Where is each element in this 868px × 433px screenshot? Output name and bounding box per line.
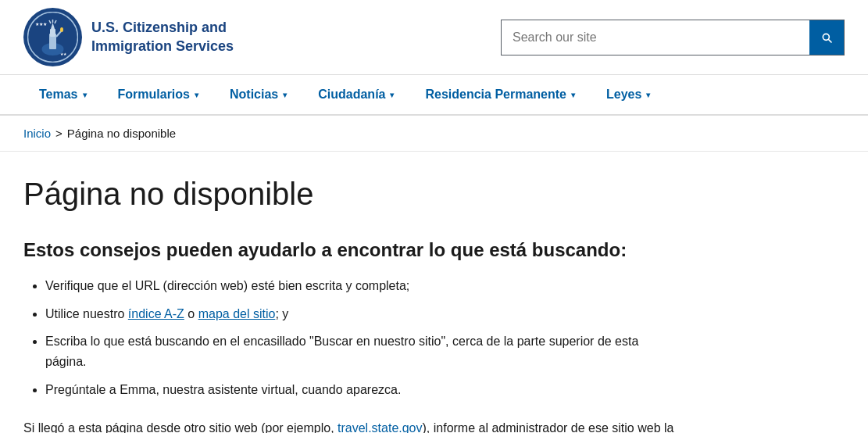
tips-list: Verifique que el URL (dirección web) est… (23, 276, 680, 399)
nav-link-noticias[interactable]: Noticias ▾ (214, 75, 302, 114)
list-item: Verifique que el URL (dirección web) est… (45, 276, 680, 296)
breadcrumb-separator: > (55, 127, 63, 140)
tip2-prefix: Utilice nuestro (45, 307, 128, 320)
chevron-down-icon: ▾ (571, 91, 575, 99)
nav-item-noticias: Noticias ▾ (214, 75, 302, 114)
chevron-down-icon: ▾ (390, 91, 394, 99)
travel-state-gov-link[interactable]: travel.state.gov (338, 421, 423, 433)
chevron-down-icon: ▾ (83, 91, 87, 99)
breadcrumb: Inicio > Página no disponible (23, 127, 845, 140)
nav-item-residencia: Residencia Permanente ▾ (409, 75, 591, 114)
svg-text:★★: ★★ (60, 52, 67, 56)
svg-text:★★★: ★★★ (35, 22, 47, 27)
agency-name: U.S. Citizenship and Immigration Service… (91, 19, 248, 55)
nav-link-formularios[interactable]: Formularios ▾ (102, 75, 214, 114)
site-header: ★★★ ★★ U.S. Citizenship and Immigration … (0, 0, 868, 75)
search-bar (501, 20, 845, 55)
nav-label-residencia: Residencia Permanente (425, 88, 566, 102)
nav-label-temas: Temas (39, 88, 78, 102)
search-button[interactable] (809, 20, 844, 55)
nav-link-ciudadania[interactable]: Ciudadanía ▾ (302, 75, 409, 114)
logo-area: ★★★ ★★ U.S. Citizenship and Immigration … (23, 8, 248, 66)
chevron-down-icon: ▾ (646, 91, 650, 99)
page-title: Página no disponible (23, 175, 680, 213)
main-content: Página no disponible Estos consejos pued… (0, 152, 703, 433)
tip4-text: Pregúntale a Emma, nuestra asistente vir… (45, 383, 401, 396)
search-input[interactable] (502, 23, 809, 52)
nav-label-formularios: Formularios (118, 88, 190, 102)
breadcrumb-home-link[interactable]: Inicio (23, 127, 51, 140)
nav-label-noticias: Noticias (230, 88, 278, 102)
tip1-text: Verifique que el URL (dirección web) est… (45, 279, 409, 292)
list-item: Utilice nuestro índice A-Z o mapa del si… (45, 304, 680, 324)
chevron-down-icon: ▾ (195, 91, 198, 99)
tip2-middle: o (184, 307, 198, 320)
tip2-suffix: ; y (275, 307, 288, 320)
partial-text-paragraph: Si llegó a esta página desde otro sitio … (23, 418, 680, 433)
tip3-text: Escriba lo que está buscando en el encas… (45, 335, 638, 368)
nav-list: Temas ▾ Formularios ▾ Noticias ▾ Ciudada… (23, 75, 845, 114)
nav-link-temas[interactable]: Temas ▾ (23, 75, 102, 114)
search-icon (820, 30, 833, 45)
mapa-sitio-link[interactable]: mapa del sitio (198, 307, 276, 320)
nav-item-ciudadania: Ciudadanía ▾ (302, 75, 409, 114)
svg-point-9 (60, 27, 63, 32)
svg-rect-3 (50, 29, 55, 37)
breadcrumb-bar: Inicio > Página no disponible (0, 116, 868, 152)
nav-link-leyes[interactable]: Leyes ▾ (591, 75, 666, 114)
chevron-down-icon: ▾ (283, 91, 287, 99)
list-item: Escriba lo que está buscando en el encas… (45, 331, 680, 371)
partial-text-before: Si llegó a esta página desde otro sitio … (23, 421, 338, 433)
nav-link-residencia[interactable]: Residencia Permanente ▾ (409, 75, 591, 114)
list-item: Pregúntale a Emma, nuestra asistente vir… (45, 380, 680, 400)
nav-item-formularios: Formularios ▾ (102, 75, 214, 114)
nav-label-ciudadania: Ciudadanía (318, 88, 385, 102)
agency-logo: ★★★ ★★ (23, 8, 82, 66)
indice-az-link[interactable]: índice A-Z (128, 307, 184, 320)
main-nav: Temas ▾ Formularios ▾ Noticias ▾ Ciudada… (0, 75, 868, 116)
breadcrumb-current: Página no disponible (67, 127, 176, 140)
nav-item-temas: Temas ▾ (23, 75, 102, 114)
nav-label-leyes: Leyes (606, 88, 641, 102)
tips-heading: Estos consejos pueden ayudarlo a encontr… (23, 238, 680, 262)
nav-item-leyes: Leyes ▾ (591, 75, 666, 114)
